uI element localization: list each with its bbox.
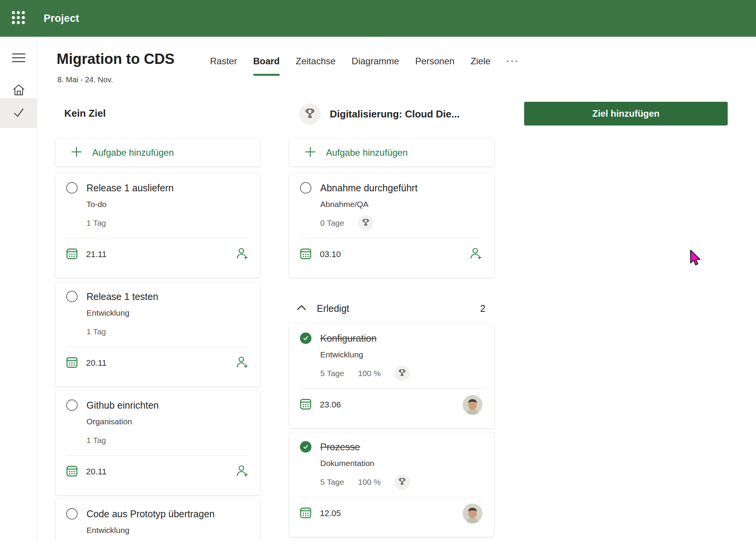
plus-icon xyxy=(305,146,316,159)
kanban-column-goal: Aufgabe hinzufügen Abnahme durchgeführt … xyxy=(289,139,494,541)
task-complete-checkbox[interactable] xyxy=(66,399,78,411)
add-task-button[interactable]: Aufgabe hinzufügen xyxy=(289,139,494,166)
app-launcher-button[interactable] xyxy=(0,0,37,37)
task-duration: 5 Tage xyxy=(320,369,344,378)
assignee-avatar[interactable] xyxy=(463,395,482,415)
task-due-date: 20.11 xyxy=(86,358,106,368)
task-title: Prozesse xyxy=(320,442,360,453)
assign-person-icon[interactable] xyxy=(469,247,482,262)
calendar-icon xyxy=(66,357,78,370)
waffle-icon xyxy=(10,10,26,27)
tab-board[interactable]: Board xyxy=(253,56,280,76)
tab-more-ellipsis[interactable]: ··· xyxy=(507,56,519,76)
add-task-button[interactable]: Aufgabe hinzufügen xyxy=(55,139,260,166)
add-task-label: Aufgabe hinzufügen xyxy=(326,147,408,158)
tab-zeitachse[interactable]: Zeitachse xyxy=(296,56,336,76)
trophy-icon xyxy=(398,477,406,487)
done-section-count: 2 xyxy=(480,303,486,314)
nav-menu-button[interactable] xyxy=(0,44,37,73)
goal-trophy-circle xyxy=(299,103,321,125)
plus-icon xyxy=(71,146,82,159)
assign-person-icon[interactable] xyxy=(236,247,249,262)
done-section-label: Erledigt xyxy=(317,303,349,314)
nav-tasks-button[interactable] xyxy=(0,98,37,128)
kanban-column-no-goal: Aufgabe hinzufügen Release 1 ausliefern … xyxy=(55,139,260,541)
task-complete-checkbox[interactable] xyxy=(66,291,78,302)
done-section-header: Erledigt 2 xyxy=(289,301,494,316)
app-title: Project xyxy=(44,13,79,24)
calendar-icon xyxy=(300,398,311,411)
calendar-icon xyxy=(66,248,78,261)
add-task-label: Aufgabe hinzufügen xyxy=(92,147,174,158)
task-bucket: Organisation xyxy=(86,417,249,426)
task-complete-checkbox[interactable] xyxy=(66,182,78,194)
column-header-no-goal: Kein Ziel xyxy=(64,108,106,119)
task-bucket: Entwicklung xyxy=(86,308,249,318)
calendar-icon xyxy=(66,465,78,478)
task-bucket: Entwicklung xyxy=(320,350,482,359)
task-duration: 1 Tag xyxy=(86,436,106,445)
task-complete-checkbox[interactable] xyxy=(300,182,311,194)
hamburger-icon xyxy=(12,52,26,65)
task-due-date: 21.11 xyxy=(86,249,106,259)
task-due-date: 03.10 xyxy=(320,249,341,259)
tab-ziele[interactable]: Ziele xyxy=(471,56,490,76)
done-section-toggle[interactable]: Erledigt xyxy=(297,303,349,314)
task-card-completed[interactable]: Prozesse Dokumentation 5 Tage 100 % xyxy=(289,432,494,537)
task-card-completed[interactable]: Konfiguration Entwicklung 5 Tage 100 % xyxy=(289,324,494,428)
task-card[interactable]: Abnahme durchgeführt Abnahme/QA 0 Tage xyxy=(289,173,494,278)
home-icon xyxy=(12,83,26,98)
task-duration: 1 Tag xyxy=(86,327,106,336)
assign-person-icon[interactable] xyxy=(236,464,249,479)
assign-person-icon[interactable] xyxy=(236,356,249,370)
tab-diagramme[interactable]: Diagramme xyxy=(352,56,399,76)
task-bucket: To-do xyxy=(86,200,249,209)
task-completed-checkbox[interactable] xyxy=(300,332,311,344)
left-navigation-rail xyxy=(0,37,37,541)
chevron-up-icon xyxy=(297,304,306,313)
task-percent-complete: 100 % xyxy=(358,477,381,487)
task-title: Code aus Prototyp übertragen xyxy=(86,508,215,520)
task-card[interactable]: Github einrichten Organisation 1 Tag 20.… xyxy=(55,391,260,495)
task-title: Release 1 ausliefern xyxy=(86,183,174,194)
task-card[interactable]: Code aus Prototyp übertragen Entwicklung xyxy=(55,499,260,541)
task-duration: 0 Tage xyxy=(320,218,344,228)
task-duration: 5 Tage xyxy=(320,477,344,487)
goal-badge xyxy=(394,366,410,381)
goal-title: Digitalisierung: Cloud Die... xyxy=(330,108,459,120)
tab-personen[interactable]: Personen xyxy=(415,56,455,76)
task-complete-checkbox[interactable] xyxy=(66,508,78,520)
column-header-goal[interactable]: Digitalisierung: Cloud Die... xyxy=(299,103,459,125)
checkmark-icon xyxy=(13,107,25,120)
goal-badge xyxy=(358,215,373,231)
calendar-icon xyxy=(300,507,311,520)
page-title: Migration to CDS xyxy=(57,51,174,67)
task-title: Release 1 testen xyxy=(86,291,158,302)
trophy-icon xyxy=(362,218,370,228)
mouse-cursor xyxy=(689,249,703,268)
task-card[interactable]: Release 1 ausliefern To-do 1 Tag 21.11 xyxy=(55,173,260,278)
task-card[interactable]: Release 1 testen Entwicklung 1 Tag 20.11 xyxy=(55,282,260,386)
task-due-date: 23.06 xyxy=(320,400,341,410)
task-duration: 1 Tag xyxy=(86,218,106,228)
task-title: Abnahme durchgeführt xyxy=(320,183,417,194)
task-bucket: Abnahme/QA xyxy=(320,200,482,209)
calendar-icon xyxy=(300,248,311,261)
trophy-icon xyxy=(304,108,316,121)
task-bucket: Dokumentation xyxy=(320,459,482,468)
task-title: Github einrichten xyxy=(86,400,159,411)
tab-raster[interactable]: Raster xyxy=(210,56,237,76)
task-due-date: 20.11 xyxy=(86,467,106,477)
assignee-avatar[interactable] xyxy=(463,504,482,523)
task-completed-checkbox[interactable] xyxy=(300,441,311,453)
task-bucket: Entwicklung xyxy=(86,526,249,535)
view-tabs: Raster Board Zeitachse Diagramme Persone… xyxy=(210,56,519,76)
task-due-date: 12.05 xyxy=(320,508,341,518)
goal-badge xyxy=(394,474,410,490)
task-title: Konfiguration xyxy=(320,333,376,344)
task-percent-complete: 100 % xyxy=(358,369,381,378)
trophy-icon xyxy=(398,368,406,379)
add-goal-button[interactable]: Ziel hinzufügen xyxy=(524,102,728,125)
project-date-range: 8. Mai - 24. Nov. xyxy=(57,75,113,84)
app-top-bar: Project xyxy=(0,0,756,37)
